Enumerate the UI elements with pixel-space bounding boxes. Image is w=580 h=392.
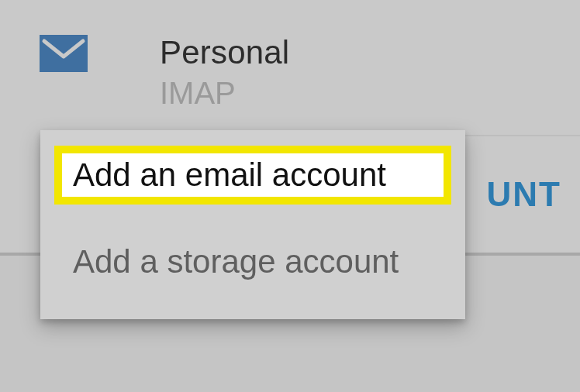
mail-icon: [39, 34, 88, 73]
svg-rect-0: [40, 35, 88, 72]
add-account-popup: Add an email account Add a storage accou…: [40, 130, 465, 319]
menu-item-add-email-account[interactable]: Add an email account: [54, 146, 451, 205]
menu-item-add-storage-account[interactable]: Add a storage account: [54, 236, 451, 288]
account-row[interactable]: Personal IMAP: [0, 0, 580, 135]
add-account-label-fragment: UNT: [487, 175, 561, 214]
account-subtitle: IMAP: [160, 76, 289, 111]
account-title: Personal: [160, 34, 289, 71]
